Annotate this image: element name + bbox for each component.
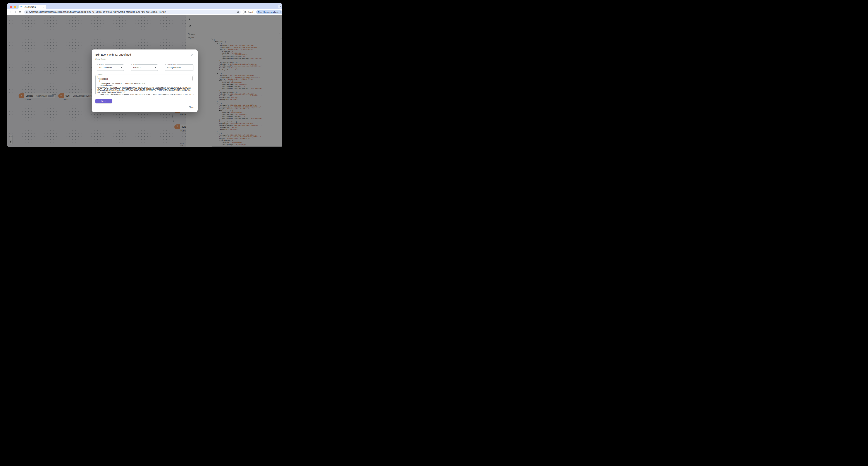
- dropdown-caret-icon: [121, 67, 122, 68]
- tab-strip: EventStudio +: [7, 3, 282, 9]
- tab-close-icon[interactable]: [42, 6, 45, 8]
- payload-editor[interactable]: Payload { "Records": [ { "messageId": "6…: [95, 75, 194, 95]
- update-label: New Chrome available: [258, 11, 279, 13]
- minimize-window-button[interactable]: [14, 6, 16, 8]
- browser-toolbar: eventstudio.localhost.localstack.cloud:4…: [7, 9, 282, 15]
- chrome-update-button[interactable]: New Chrome available: [256, 10, 282, 14]
- payload-scrollbar-thumb[interactable]: [192, 77, 193, 81]
- new-tab-button[interactable]: +: [48, 5, 52, 9]
- kebab-menu-icon[interactable]: [280, 10, 281, 13]
- tab-title: EventStudio: [24, 6, 42, 8]
- close-window-button[interactable]: [10, 6, 12, 8]
- function-name-field[interactable]: Function Name ScoringFunction: [164, 64, 194, 71]
- send-button[interactable]: Send: [95, 99, 112, 103]
- region-value: us-east-1: [133, 65, 141, 70]
- account-select[interactable]: Account 000000000000: [97, 64, 124, 71]
- url-bar[interactable]: eventstudio.localhost.localstack.cloud:4…: [24, 10, 241, 14]
- modal-title: Edit Event with ID: undefined: [95, 53, 131, 56]
- back-button[interactable]: [8, 10, 12, 14]
- payload-text[interactable]: { "Records": [ { "messageId": "65032221-…: [97, 76, 191, 94]
- function-name-value: ScoringFunction: [167, 65, 181, 70]
- region-select[interactable]: Region us-east-1: [131, 64, 158, 71]
- payload-label: Payload: [97, 74, 103, 75]
- dropdown-caret-icon: [155, 67, 156, 68]
- site-info-icon[interactable]: [26, 11, 28, 13]
- close-button[interactable]: Close: [189, 106, 194, 108]
- event-details-label: Event Details: [95, 58, 106, 60]
- account-value: 000000000000: [99, 65, 112, 70]
- edit-event-modal: Edit Event with ID: undefined Event Deta…: [92, 50, 197, 112]
- reload-button[interactable]: [18, 10, 22, 14]
- zoom-page-icon[interactable]: [237, 11, 239, 13]
- person-icon: [244, 11, 247, 13]
- profile-label: Guest: [247, 11, 253, 13]
- screen: EventStudio +: [0, 0, 289, 155]
- browser-window: EventStudio +: [7, 3, 282, 147]
- forward-button[interactable]: [13, 10, 17, 14]
- url-text: eventstudio.localhost.localstack.cloud:4…: [29, 11, 237, 13]
- tab-eventstudio[interactable]: EventStudio: [19, 5, 46, 9]
- modal-close-icon[interactable]: [191, 53, 193, 56]
- profile-chip[interactable]: Guest: [243, 10, 255, 14]
- favicon-eventstudio: [20, 6, 23, 8]
- tab-list-chevron-button[interactable]: [278, 5, 281, 8]
